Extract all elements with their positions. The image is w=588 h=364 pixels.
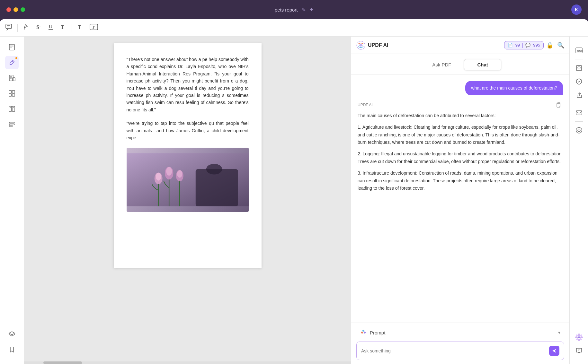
strikethrough-icon[interactable]: S <box>35 23 42 32</box>
ai-panel: UPDF AI 📄 99 💬 995 🔒 🔍 <box>351 37 569 364</box>
search-icon[interactable]: 🔍 <box>557 42 564 49</box>
maximize-button[interactable] <box>21 7 25 12</box>
document-area[interactable]: "There's not one answer about how a pe h… <box>24 37 351 364</box>
sidebar-item-layers[interactable] <box>5 327 19 341</box>
svg-point-55 <box>576 127 582 133</box>
user-message: what are the main causes of deforestatio… <box>465 81 563 95</box>
ai-message-content: The main causes of deforestation can be … <box>358 112 563 196</box>
comment-icon[interactable] <box>5 23 12 32</box>
svg-point-41 <box>177 170 182 178</box>
save-icon[interactable] <box>573 124 585 136</box>
svg-point-65 <box>579 338 582 341</box>
counter-divider <box>522 43 523 48</box>
svg-point-48 <box>362 330 364 332</box>
main-window: S U T T T <box>0 19 588 364</box>
svg-point-59 <box>578 339 580 341</box>
messages-value: 995 <box>533 43 540 48</box>
sidebar-item-organize[interactable] <box>5 87 19 100</box>
document-image <box>127 148 249 212</box>
svg-point-61 <box>580 336 583 338</box>
email-icon[interactable] <box>573 107 585 119</box>
svg-point-60 <box>575 336 578 338</box>
prompt-dots-icon <box>360 329 367 336</box>
ai-logo-label: UPDF AI <box>368 42 388 48</box>
sidebar-item-compare[interactable] <box>5 102 19 116</box>
t-serif-icon[interactable]: T <box>59 23 67 32</box>
tokens-value: 99 <box>515 43 520 48</box>
share-icon[interactable] <box>573 89 585 101</box>
ai-point-3: 3. Infrastructure development: Construct… <box>358 169 563 192</box>
svg-point-46 <box>361 332 363 334</box>
svg-text:U: U <box>49 24 52 29</box>
paragraph-1: "There's not one answer about how a pe h… <box>127 56 249 113</box>
titlebar: pets report ✎ + K <box>0 0 588 19</box>
toolbar-divider-2 <box>72 24 72 32</box>
edit-title-icon[interactable]: ✎ <box>302 7 306 13</box>
ai-logo: UPDF AI <box>356 41 388 50</box>
chat-input-area <box>356 342 564 360</box>
document-title: pets report <box>275 7 298 13</box>
svg-rect-31 <box>9 126 13 126</box>
svg-rect-29 <box>9 122 14 123</box>
ai-header: UPDF AI 📄 99 💬 995 🔒 🔍 <box>351 37 569 54</box>
pencil-icon[interactable] <box>23 23 30 32</box>
svg-rect-25 <box>9 106 12 111</box>
svg-rect-45 <box>557 103 560 107</box>
svg-point-62 <box>575 334 578 337</box>
t-box-icon[interactable]: T <box>89 23 98 32</box>
sidebar-item-form[interactable] <box>5 117 19 131</box>
ocr-icon[interactable]: OCR <box>573 44 585 56</box>
prompt-selector-left: Prompt <box>360 329 385 336</box>
titlebar-center: pets report ✎ + <box>275 6 313 13</box>
sidebar-item-bookmark[interactable] <box>5 343 19 356</box>
svg-rect-26 <box>12 106 15 111</box>
tab-ask-pdf[interactable]: Ask PDF <box>419 59 464 70</box>
sidebar-item-edit[interactable] <box>5 71 19 85</box>
chat-messages[interactable]: what are the main causes of deforestatio… <box>351 74 569 323</box>
prompt-area: Prompt ▾ <box>351 323 569 364</box>
ai-flower-icon[interactable] <box>573 331 585 343</box>
sidebar-item-reader[interactable] <box>5 40 19 54</box>
right-sidebar-divider-2 <box>575 104 583 104</box>
svg-point-63 <box>579 334 582 337</box>
svg-text:T: T <box>78 24 81 30</box>
tokens-icon: 📄 <box>508 43 513 48</box>
sidebar-item-annotation[interactable] <box>5 56 19 69</box>
svg-rect-11 <box>9 44 14 50</box>
right-sidebar-divider-3 <box>575 121 583 122</box>
close-button[interactable] <box>6 7 11 12</box>
ai-message-sender: UPDF AI <box>358 103 373 107</box>
prompt-selector[interactable]: Prompt ▾ <box>356 327 564 338</box>
svg-rect-21 <box>9 91 12 93</box>
content-area: "There's not one answer about how a pe h… <box>0 37 588 364</box>
scrollbar-thumb[interactable] <box>43 361 82 364</box>
copy-button[interactable] <box>554 100 563 109</box>
avatar[interactable]: K <box>571 4 582 15</box>
chat-bubble-icon[interactable] <box>573 345 585 357</box>
t-sans-icon[interactable]: T <box>77 23 84 32</box>
prompt-chevron-icon: ▾ <box>558 330 560 335</box>
protect-icon[interactable] <box>573 75 585 88</box>
prompt-label: Prompt <box>370 330 385 335</box>
scan-icon[interactable] <box>573 62 585 74</box>
left-sidebar <box>0 37 24 364</box>
svg-text:T: T <box>92 25 95 30</box>
lock-icon[interactable]: 🔒 <box>546 42 553 49</box>
svg-point-64 <box>575 338 578 341</box>
paragraph-2: "We're trying to tap into the subjective… <box>127 120 249 141</box>
svg-rect-42 <box>195 169 238 206</box>
horizontal-scrollbar[interactable] <box>24 361 351 364</box>
svg-point-43 <box>206 164 222 175</box>
svg-text:OCR: OCR <box>577 49 583 52</box>
send-button[interactable] <box>549 346 559 356</box>
chat-input[interactable] <box>361 348 546 353</box>
svg-line-15 <box>12 61 13 62</box>
add-tab-button[interactable]: + <box>310 6 314 13</box>
minimize-button[interactable] <box>13 7 18 12</box>
svg-rect-54 <box>576 111 582 115</box>
underline-icon[interactable]: U <box>47 23 54 32</box>
ai-header-icons: 🔒 🔍 <box>546 42 564 49</box>
tab-chat[interactable]: Chat <box>464 59 501 70</box>
svg-rect-20 <box>13 78 15 81</box>
svg-rect-23 <box>9 94 12 96</box>
